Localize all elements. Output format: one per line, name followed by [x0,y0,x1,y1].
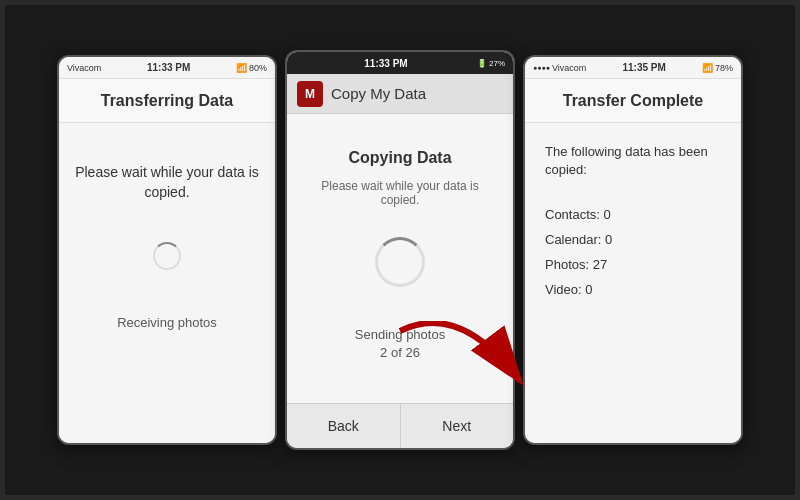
title-bar-left: Transferring Data [59,79,275,123]
title-bar-right: Transfer Complete [525,79,741,123]
data-calendar: Calendar: 0 [545,227,721,252]
data-contacts: Contacts: 0 [545,202,721,227]
status-bar-right: ●●●● Vivacom 11:35 PM 📶 78% [525,57,741,79]
phone-left: Vivacom 11:33 PM 📶 80% Transferring Data… [57,55,277,445]
phone-middle: 11:33 PM 🔋 27% M Copy My Data Copying Da… [285,50,515,450]
app-icon: M [297,81,323,107]
screenshot-container: Vivacom 11:33 PM 📶 80% Transferring Data… [5,5,795,495]
back-button[interactable]: Back [287,404,401,448]
screen-title-middle: Copying Data [348,149,451,167]
screen-content-left: Please wait while your data is copied. R… [59,123,275,443]
app-title: Copy My Data [331,85,426,102]
page-title-right: Transfer Complete [563,92,703,110]
android-title-bar: M Copy My Data [287,74,513,114]
phone-right: ●●●● Vivacom 11:35 PM 📶 78% Transfer Com… [523,55,743,445]
time-left: 11:33 PM [147,62,190,73]
data-list: Contacts: 0 Calendar: 0 Photos: 27 Video… [545,197,721,307]
data-photos: Photos: 27 [545,252,721,277]
bottom-buttons: Back Next [287,403,513,448]
icons-middle: 🔋 27% [477,59,505,68]
status-bar-middle: 11:33 PM 🔋 27% [287,52,513,74]
screen-content-middle: Copying Data Please wait while your data… [287,114,513,403]
data-video: Video: 0 [545,277,721,302]
transfer-intro: The following data has been copied: [545,143,721,179]
icons-left: 📶 80% [236,63,267,73]
icons-right: 📶 78% [702,63,733,73]
screen-content-right: The following data has been copied: Cont… [525,123,741,443]
page-title-left: Transferring Data [101,92,233,110]
sending-progress: 2 of 26 [380,345,420,360]
carrier-right: ●●●● Vivacom [533,63,586,73]
spinner-left [153,242,181,270]
time-middle: 11:33 PM [364,58,407,69]
spinner-middle [375,237,425,287]
next-button[interactable]: Next [401,404,514,448]
status-text-left: Receiving photos [117,315,217,330]
subtitle-left: Please wait while your data is copied. [74,163,260,202]
sending-text: Sending photos [355,327,445,342]
carrier-left: Vivacom [67,63,101,73]
status-bar-left: Vivacom 11:33 PM 📶 80% [59,57,275,79]
time-right: 11:35 PM [622,62,665,73]
subtitle-middle: Please wait while your data is copied. [302,179,498,207]
